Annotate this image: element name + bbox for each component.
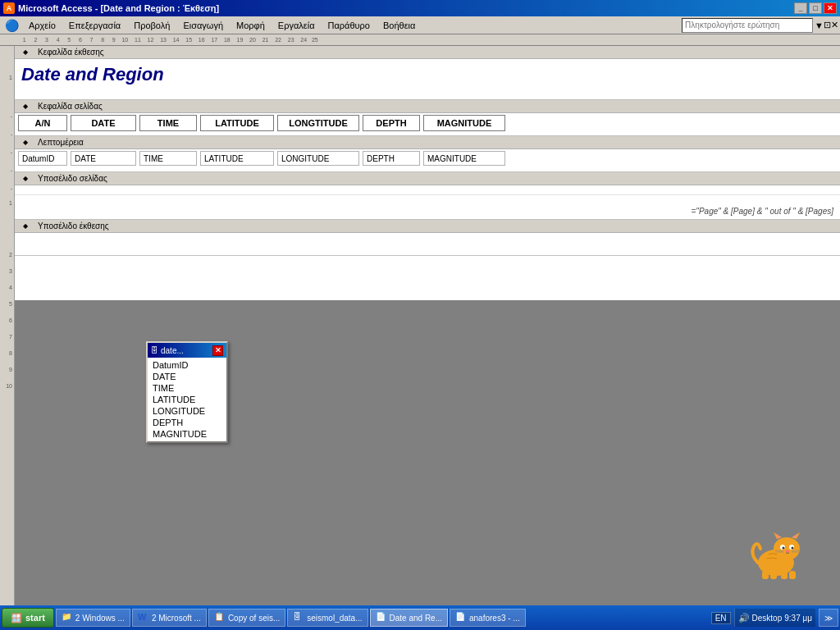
ruler: 1 2 3 4 5 6 7 8 9 10 11 12 13 14 15 16 1… — [0, 34, 840, 46]
taskbar-label-word: 2 Microsoft ... — [152, 614, 201, 623]
detail-field-lon: LONGITUDE — [277, 151, 359, 166]
title-bar: A Microsoft Access - [Date and Region : … — [0, 0, 840, 16]
taskbar-time: 9:37 μμ — [784, 614, 812, 623]
taskbar-label-windows: 2 Windows ... — [75, 614, 125, 623]
page-header-label: Κεφαλίδα σελίδας — [15, 100, 840, 113]
field-item-longitude[interactable]: LONGITUDE — [149, 405, 225, 417]
start-button[interactable]: 🪟 start — [2, 608, 54, 628]
report-design-area: Κεφαλίδα έκθεσης Date and Region Κεφαλίδ… — [15, 46, 840, 300]
language-indicator[interactable]: EN — [711, 612, 731, 624]
design-gray-area: 🗄 date... ✕ DatumID DATE TIME LATITUDE L… — [15, 300, 840, 617]
menu-file[interactable]: Αρχείο — [22, 19, 62, 32]
taskbar-label-date: Date and Re... — [390, 614, 442, 623]
detail-field-lat: LATITUDE — [200, 151, 274, 166]
taskbar-icon-seismol: 🗄 — [293, 612, 304, 623]
speaker-icon: 🔊 — [738, 613, 750, 623]
help-restore-btn[interactable]: ⊡ — [824, 20, 831, 30]
detail-field-date: DATE — [71, 151, 136, 166]
report-header-content[interactable]: Date and Region — [15, 59, 840, 100]
field-item-depth[interactable]: DEPTH — [149, 417, 225, 428]
show-desktop-btn[interactable]: ≫ — [819, 609, 838, 627]
svg-point-9 — [792, 547, 794, 550]
field-list-items: DatumID DATE TIME LATITUDE LONGITUDE DEP… — [148, 358, 226, 441]
taskbar-item-seismol[interactable]: 🗄 seismol_data... — [287, 609, 368, 627]
taskbar-item-anafores[interactable]: 📄 anafores3 - ... — [450, 609, 526, 627]
taskbar-icon-date: 📄 — [376, 612, 387, 623]
menu-view[interactable]: Προβολή — [127, 19, 176, 32]
report-footer-label: Υποσέλιδο έκθεσης — [15, 220, 840, 233]
detail-label: Λεπτομέρεια — [15, 136, 840, 149]
svg-rect-18 — [789, 571, 796, 579]
svg-rect-15 — [762, 571, 769, 579]
col-header-mag: MAGNITUDE — [423, 115, 505, 131]
detail-content[interactable]: DatumID DATE TIME LATITUDE LONGITUDE — [15, 149, 840, 172]
detail-field-id: DatumID — [18, 151, 67, 166]
cat-mascot — [746, 526, 807, 579]
taskbar-item-word[interactable]: W 2 Microsoft ... — [132, 609, 207, 627]
field-item-latitude[interactable]: LATITUDE — [149, 394, 225, 405]
menu-window[interactable]: Παράθυρο — [322, 19, 377, 32]
search-btn[interactable]: ▼ — [815, 21, 824, 30]
page-footer-label: Υποσέλιδο σελίδας — [15, 172, 840, 185]
taskbar-item-date[interactable]: 📄 Date and Re... — [370, 609, 448, 627]
start-icon: 🪟 — [11, 613, 22, 623]
page-footer-content[interactable]: ="Page" & [Page] & " out of " & [Pages] — [15, 185, 840, 220]
col-header-depth: DEPTH — [363, 115, 420, 131]
taskbar-icon-windows: 📁 — [62, 612, 73, 623]
svg-rect-16 — [770, 572, 777, 579]
close-btn[interactable]: ✕ — [824, 2, 837, 14]
taskbar-item-windows[interactable]: 📁 2 Windows ... — [56, 609, 130, 627]
menu-tools[interactable]: Εργαλεία — [272, 19, 322, 32]
taskbar-label-copy: Copy of seis... — [228, 614, 280, 623]
svg-point-1 — [774, 537, 800, 560]
field-list-window: 🗄 date... ✕ DatumID DATE TIME LATITUDE L… — [146, 341, 228, 443]
search-input[interactable] — [682, 18, 813, 33]
col-header-date: DATE — [71, 115, 136, 131]
field-item-magnitude[interactable]: MAGNITUDE — [149, 428, 225, 440]
col-header-time: TIME — [139, 115, 197, 131]
field-item-date[interactable]: DATE — [149, 371, 225, 382]
taskbar-item-copy[interactable]: 📋 Copy of seis... — [208, 609, 285, 627]
detail-field-time: TIME — [139, 151, 197, 166]
menu-help[interactable]: Βοήθεια — [377, 19, 422, 32]
svg-point-8 — [783, 547, 785, 550]
menu-insert[interactable]: Εισαγωγή — [176, 19, 230, 32]
col-header-an: A/N — [18, 115, 67, 131]
report-footer-content[interactable] — [15, 233, 840, 256]
field-list-close-btn[interactable]: ✕ — [212, 345, 223, 356]
restore-btn[interactable]: □ — [809, 2, 822, 14]
menu-item-icon: 🔵 — [2, 19, 22, 32]
desktop-label: Desktop — [752, 614, 783, 623]
field-item-datumid[interactable]: DatumID — [149, 359, 225, 371]
taskbar-icon-copy: 📋 — [214, 612, 226, 623]
taskbar-right: EN 🔊 Desktop 9:37 μμ ≫ — [711, 609, 838, 627]
app-icon: A — [3, 2, 15, 14]
taskbar-label-seismol: seismol_data... — [307, 614, 362, 623]
field-list-icon: 🗄 — [151, 346, 158, 354]
detail-field-mag: MAGNITUDE — [423, 151, 505, 166]
menu-format[interactable]: Μορφή — [230, 19, 272, 32]
col-header-lon: LONGTITUDE — [277, 115, 359, 131]
taskbar-icon-word: W — [138, 612, 149, 623]
window-controls: _ □ ✕ — [794, 2, 837, 14]
taskbar-icon-anafores: 📄 — [455, 612, 467, 623]
svg-rect-17 — [781, 572, 788, 579]
taskbar-label-anafores: anafores3 - ... — [469, 614, 520, 623]
report-header-label: Κεφαλίδα έκθεσης — [15, 46, 840, 59]
window-title: Microsoft Access - [Date and Region : Έκ… — [18, 3, 219, 13]
field-list-title: date... — [161, 346, 184, 355]
taskbar: 🪟 start 📁 2 Windows ... W 2 Microsoft ..… — [0, 605, 840, 630]
field-item-time[interactable]: TIME — [149, 382, 225, 394]
detail-field-depth: DEPTH — [363, 151, 420, 166]
start-label: start — [25, 613, 45, 623]
page-header-content[interactable]: A/N DATE TIME LATITUDE LONGTITUDE — [15, 113, 840, 136]
left-ruler: 1 - - - - - 1 2 3 4 5 6 7 8 9 10 — [0, 46, 15, 617]
report-title: Date and Region — [15, 59, 840, 90]
svg-point-10 — [786, 550, 789, 553]
system-tray: 🔊 Desktop 9:37 μμ — [734, 609, 815, 627]
minimize-btn[interactable]: _ — [794, 2, 807, 14]
help-close-btn[interactable]: ✕ — [831, 20, 838, 30]
menu-edit[interactable]: Επεξεργασία — [62, 19, 127, 32]
field-list-header: 🗄 date... ✕ — [148, 343, 226, 358]
footer-formula: ="Page" & [Page] & " out of " & [Pages] — [692, 207, 833, 216]
